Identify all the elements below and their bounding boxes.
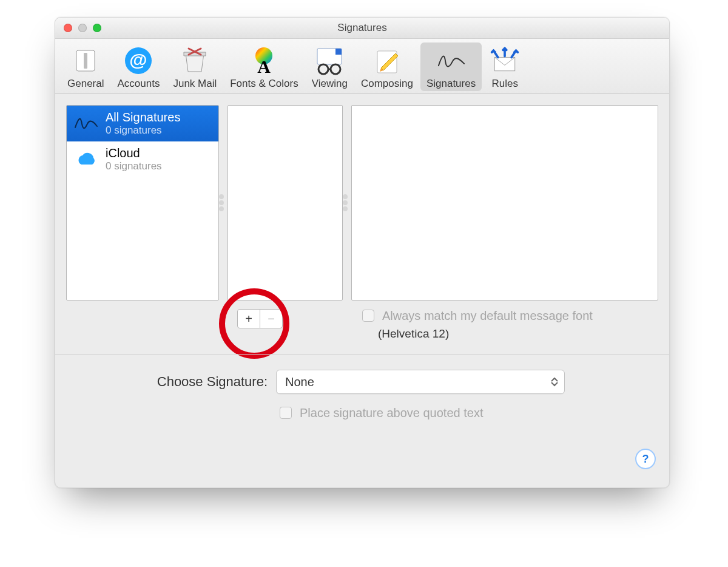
svg-point-9: [331, 64, 340, 74]
signature-icon: [74, 111, 98, 135]
svg-text:A: A: [258, 56, 271, 75]
viewing-icon: [314, 45, 345, 76]
default-font-note: (Helvetica 12): [378, 327, 593, 341]
tab-label: Accounts: [117, 78, 160, 90]
place-above-label: Place signature above quoted text: [300, 406, 483, 420]
tab-label: Fonts & Colors: [230, 78, 298, 90]
match-font-row: Always match my default message font (He…: [360, 308, 593, 341]
preferences-toolbar: General @ Accounts: [55, 39, 669, 94]
choose-signature-popup[interactable]: None: [276, 370, 565, 394]
tab-viewing[interactable]: Viewing: [306, 42, 354, 91]
titlebar: Signatures: [55, 18, 669, 39]
tab-label: Viewing: [312, 78, 348, 90]
tab-label: Rules: [491, 78, 517, 90]
svg-rect-7: [335, 49, 342, 55]
tab-label: Junk Mail: [173, 78, 217, 90]
tab-label: Composing: [361, 78, 413, 90]
account-icloud[interactable]: iCloud 0 signatures: [67, 141, 218, 177]
divider: [55, 354, 669, 355]
accounts-list[interactable]: All Signatures 0 signatures iCloud 0: [66, 105, 219, 300]
zoom-window-button[interactable]: [93, 24, 101, 32]
add-remove-buttons: + −: [237, 309, 283, 328]
resize-grip[interactable]: [219, 194, 224, 211]
tab-junk-mail[interactable]: Junk Mail: [167, 42, 223, 91]
composing-icon: [371, 45, 403, 76]
general-icon: [70, 45, 101, 76]
help-icon: ?: [642, 453, 649, 466]
account-subtitle: 0 signatures: [106, 124, 180, 137]
tab-accounts[interactable]: @ Accounts: [111, 42, 166, 91]
rules-icon: [489, 45, 521, 76]
icloud-icon: [74, 147, 98, 171]
svg-point-8: [318, 64, 328, 74]
choose-signature-value: None: [285, 375, 314, 389]
account-title: All Signatures: [106, 110, 180, 124]
traffic-lights: [64, 24, 101, 32]
match-font-label: Always match my default message font: [382, 309, 593, 323]
account-subtitle: 0 signatures: [106, 160, 162, 172]
svg-rect-1: [84, 53, 87, 69]
signature-preview[interactable]: [351, 105, 658, 300]
account-title: iCloud: [106, 146, 162, 160]
accounts-icon: @: [123, 45, 154, 76]
minimize-window-button[interactable]: [78, 24, 87, 32]
fonts-colors-icon: A: [248, 45, 280, 76]
resize-grip[interactable]: [343, 194, 348, 211]
choose-signature-label: Choose Signature:: [55, 374, 268, 390]
add-signature-button[interactable]: +: [237, 309, 260, 328]
help-button[interactable]: ?: [635, 449, 656, 469]
chevron-up-down-icon: [548, 373, 561, 391]
tab-rules[interactable]: Rules: [483, 42, 527, 91]
preferences-window: Signatures General @: [55, 17, 670, 488]
close-window-button[interactable]: [64, 24, 72, 32]
match-font-checkbox: [362, 310, 374, 322]
tab-general[interactable]: General: [61, 42, 110, 91]
signatures-pane: All Signatures 0 signatures iCloud 0: [55, 94, 669, 483]
svg-text:@: @: [130, 50, 147, 70]
tab-fonts-colors[interactable]: A Fonts & Colors: [224, 42, 304, 91]
tab-label: Signatures: [426, 78, 476, 90]
tab-label: General: [67, 78, 104, 90]
remove-signature-button[interactable]: −: [260, 309, 283, 328]
tab-signatures[interactable]: Signatures: [420, 42, 482, 91]
minus-icon: −: [268, 312, 275, 326]
tab-composing[interactable]: Composing: [355, 42, 419, 91]
signature-icon: [436, 45, 467, 76]
plus-icon: +: [245, 312, 252, 326]
place-above-checkbox: [280, 407, 292, 419]
account-all-signatures[interactable]: All Signatures 0 signatures: [67, 106, 218, 141]
window-title: Signatures: [55, 22, 669, 34]
signature-list[interactable]: [228, 105, 343, 300]
junk-mail-icon: [179, 45, 211, 76]
